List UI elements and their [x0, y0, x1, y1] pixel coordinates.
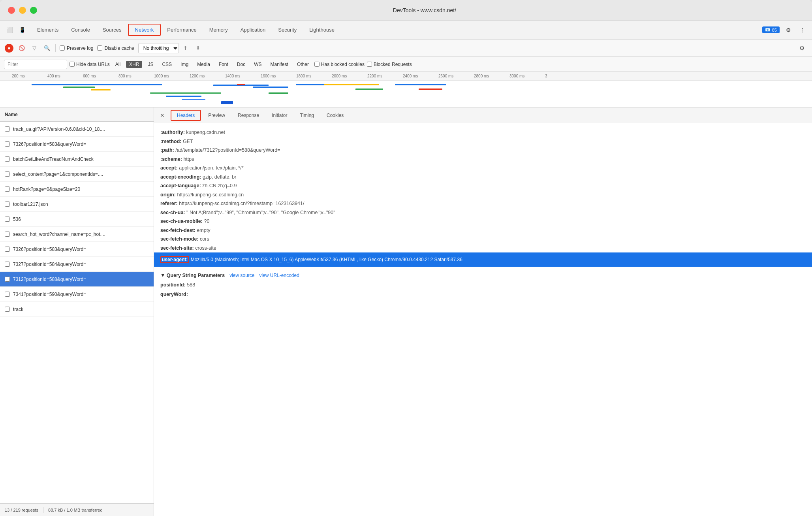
query-string-section: ▼ Query String Parameters view source vi… — [160, 270, 806, 299]
tab-preview[interactable]: Preview — [203, 111, 231, 120]
tab-application[interactable]: Application — [234, 24, 272, 35]
timeline-bar-6 — [166, 96, 201, 97]
filter-xhr[interactable]: XHR — [126, 61, 142, 68]
throttle-select[interactable]: No throttling — [138, 43, 179, 53]
notification-badge[interactable]: 📧 85 — [762, 26, 780, 33]
tab-headers[interactable]: Headers — [171, 110, 201, 121]
filter-css[interactable]: CSS — [159, 61, 175, 68]
item-checkbox[interactable] — [5, 292, 10, 297]
item-checkbox[interactable] — [5, 262, 10, 267]
filter-bar: Hide data URLs All XHR JS CSS Img Media … — [0, 57, 812, 72]
list-item[interactable]: batchGetLikeAndTreadNumAndCheck — [0, 152, 154, 167]
filter-doc[interactable]: Doc — [234, 61, 248, 68]
tab-response[interactable]: Response — [232, 111, 265, 120]
header-sec-ch-ua-mobile-value: ?0 — [204, 218, 209, 224]
filter-media[interactable]: Media — [194, 61, 213, 68]
item-checkbox[interactable] — [5, 202, 10, 207]
item-checkbox[interactable] — [5, 156, 10, 162]
more-icon[interactable]: ⋮ — [797, 24, 808, 36]
filter-other[interactable]: Other — [294, 61, 312, 68]
has-blocked-cookies-label[interactable]: Has blocked cookies — [314, 62, 365, 67]
list-item[interactable]: 536 — [0, 212, 154, 227]
list-item[interactable]: 7341?positionId=590&queryWord= — [0, 287, 154, 302]
filter-font[interactable]: Font — [216, 61, 231, 68]
clear-button[interactable]: 🚫 — [17, 44, 26, 53]
item-checkbox[interactable] — [5, 307, 10, 312]
view-source-link[interactable]: view source — [229, 273, 254, 278]
filter-ws[interactable]: WS — [251, 61, 265, 68]
tab-cookies[interactable]: Cookies — [321, 111, 349, 120]
ruler-mark-2: 600 ms — [83, 74, 118, 78]
item-checkbox[interactable] — [5, 141, 10, 147]
item-checkbox[interactable] — [5, 232, 10, 237]
disable-cache-checkbox[interactable] — [97, 45, 102, 51]
item-checkbox[interactable] — [5, 126, 10, 132]
timeline-bar-10 — [237, 84, 245, 85]
disable-cache-label[interactable]: Disable cache — [97, 45, 134, 51]
filter-icon[interactable]: ▽ — [30, 44, 39, 53]
preserve-log-checkbox[interactable] — [60, 45, 65, 51]
list-item[interactable]: search_hot_word?channel_name=pc_hot.... — [0, 227, 154, 242]
timeline-bar-16 — [395, 84, 446, 85]
blocked-requests-label[interactable]: Blocked Requests — [367, 62, 412, 67]
timeline-bar-15 — [355, 89, 383, 90]
device-icon[interactable]: 📱 — [17, 24, 28, 36]
filter-input[interactable] — [4, 60, 67, 69]
list-item[interactable]: toolbar1217.json — [0, 197, 154, 212]
list-item[interactable]: 7326?positionId=583&queryWord= — [0, 137, 154, 152]
item-checkbox[interactable] — [5, 217, 10, 222]
item-checkbox[interactable] — [5, 171, 10, 177]
hide-data-urls-checkbox[interactable] — [70, 62, 75, 67]
tab-security[interactable]: Security — [272, 24, 303, 35]
filter-js[interactable]: JS — [145, 61, 156, 68]
minimize-button[interactable] — [19, 7, 26, 14]
header-method-value: GET — [183, 139, 193, 144]
header-sec-fetch-mode-value: cors — [200, 236, 209, 242]
tab-initiator[interactable]: Initiator — [266, 111, 293, 120]
tab-elements[interactable]: Elements — [31, 24, 65, 35]
item-name: 536 — [13, 217, 21, 222]
list-item[interactable]: 7327?positionId=584&queryWord= — [0, 257, 154, 272]
network-settings-icon[interactable]: ⚙ — [796, 43, 807, 54]
filter-manifest[interactable]: Manifest — [267, 61, 291, 68]
list-item[interactable]: select_content?page=1&componentIds=.... — [0, 167, 154, 182]
item-checkbox[interactable] — [5, 277, 10, 282]
download-icon[interactable]: ⬇ — [194, 44, 203, 53]
list-item[interactable]: hotRank?page=0&pageSize=20 — [0, 182, 154, 197]
tab-timing[interactable]: Timing — [294, 111, 320, 120]
tab-console[interactable]: Console — [65, 24, 96, 35]
settings-icon[interactable]: ⚙ — [783, 24, 794, 36]
close-detail-button[interactable]: ✕ — [158, 111, 167, 120]
requests-list[interactable]: track_ua.gif?APIVersion-0.6.0&cid-10_18.… — [0, 122, 154, 503]
upload-icon[interactable]: ⬆ — [181, 44, 190, 53]
tab-network[interactable]: Network — [128, 24, 161, 36]
requests-count: 13 / 219 requests — [5, 508, 38, 512]
hide-data-urls-label[interactable]: Hide data URLs — [70, 62, 110, 67]
close-button[interactable] — [8, 7, 15, 14]
search-icon[interactable]: 🔍 — [43, 44, 51, 53]
item-checkbox[interactable] — [5, 247, 10, 252]
filter-all[interactable]: All — [112, 61, 124, 68]
maximize-button[interactable] — [30, 7, 37, 14]
header-accept-language-value: zh-CN,zh;q=0.9 — [202, 183, 237, 188]
list-item[interactable]: track — [0, 302, 154, 317]
list-item[interactable]: 7326?positionId=583&queryWord= — [0, 242, 154, 257]
timeline-content[interactable] — [0, 81, 812, 107]
filter-img[interactable]: Img — [177, 61, 192, 68]
list-item-selected[interactable]: 7312?positionId=588&queryWord= — [0, 272, 154, 287]
tab-performance[interactable]: Performance — [161, 24, 203, 35]
tab-memory[interactable]: Memory — [203, 24, 234, 35]
tab-lighthouse[interactable]: Lighthouse — [303, 24, 341, 35]
header-sec-fetch-dest-name: sec-fetch-dest: — [160, 228, 195, 233]
inspect-icon[interactable]: ⬜ — [4, 24, 15, 36]
tab-sources[interactable]: Sources — [96, 24, 128, 35]
item-checkbox[interactable] — [5, 186, 10, 192]
list-item[interactable]: track_ua.gif?APIVersion-0.6.0&cid-10_18.… — [0, 122, 154, 137]
header-accept-language-name: accept-language: — [160, 183, 201, 188]
record-button[interactable]: ● — [5, 44, 13, 53]
has-blocked-cookies-checkbox[interactable] — [314, 62, 320, 67]
blocked-requests-checkbox[interactable] — [367, 62, 372, 67]
preserve-log-label[interactable]: Preserve log — [60, 45, 93, 51]
header-sec-ch-ua-value: " Not A;Brand";v="99", "Chromium";v="90"… — [186, 210, 335, 215]
view-url-encoded-link[interactable]: view URL-encoded — [259, 273, 299, 278]
